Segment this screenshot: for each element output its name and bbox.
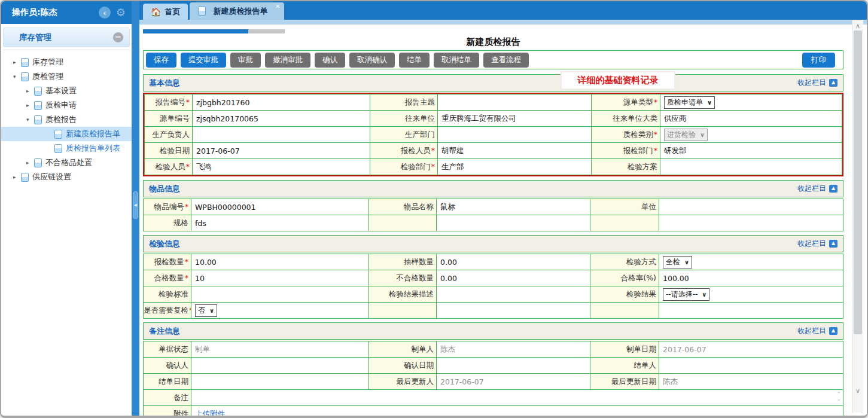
remark-textarea[interactable]: ⌃⌄ [191,390,843,406]
sidebar-item-nonconforming-disposal[interactable]: ▸不合格品处置 [1,155,132,170]
field-label-cell: 结单人 [590,358,659,374]
field-value-cell[interactable] [437,303,590,319]
field-value-cell[interactable]: 生产部 [438,159,592,175]
required-asterisk: * [654,130,657,139]
tree-collapsed-arrow[interactable]: ▸ [13,174,20,180]
field-value-cell[interactable] [660,159,842,175]
approve-button[interactable]: 审批 [230,53,261,68]
cancel-close-order-button[interactable]: 取消结单 [434,53,479,68]
collapse-back-icon[interactable]: ‹ [99,7,111,19]
scroll-up-icon[interactable] [852,22,863,30]
close-icon[interactable] [275,3,280,10]
collapse-section-link[interactable]: 收起栏目 [797,78,837,88]
field-value-cell[interactable]: WPBH00000001 [191,199,369,215]
collapse-section-link[interactable]: 收起栏目 [797,184,837,194]
vertical-scrollbar[interactable] [852,20,863,413]
field-value-cell[interactable]: 飞鸿 [193,159,370,175]
cancel-confirm-button[interactable]: 取消确认 [349,53,395,68]
recheck-select[interactable]: 否 [195,304,217,317]
field-value-cell[interactable]: 否 [191,303,369,319]
field-value-cell[interactable]: 10 [191,270,369,286]
sidebar-item-qc-application[interactable]: ▸质检申请 [1,98,132,112]
field-value-cell[interactable]: zjbgbh201760 [193,94,370,111]
gear-icon[interactable]: ⚙ [116,7,126,18]
save-button[interactable]: 保存 [146,53,176,68]
field-value-cell[interactable]: 2017-06-07 [659,341,843,358]
sidebar-panel-header[interactable]: 库存管理 − [3,28,130,47]
main-area: 🏠 首页 新建质检报告单 详细的基础资料记录 新建质检报告 保存提交审批审批撤消… [139,1,867,416]
collapse-section-link[interactable]: 收起栏目 [797,326,837,336]
sidebar-item-qc-mgmt[interactable]: ▾质检管理 [1,69,132,84]
section-title: 检验信息 [149,239,797,249]
tree-collapsed-arrow[interactable]: ▸ [26,160,33,166]
field-value-cell[interactable]: 进货检验 [660,127,842,143]
tree-collapsed-arrow[interactable]: ▸ [26,88,33,94]
field-value-cell[interactable]: 0.00 [437,254,590,270]
field-value-cell[interactable]: 鼠标 [437,199,590,215]
field-value-cell[interactable]: 陈杰 [659,374,843,390]
field-value-cell[interactable]: 全检 [659,254,843,270]
collapse-link-label: 收起栏目 [797,326,826,336]
sidebar-splitter[interactable]: ◀ [132,1,139,416]
scroll-down-icon[interactable] [852,387,863,395]
tab-home[interactable]: 🏠 首页 [143,4,188,20]
confirm-button[interactable]: 确认 [315,53,345,68]
field-value-cell[interactable]: 研发部 [660,143,842,159]
sidebar-item-inventory-mgmt[interactable]: ▸库存管理 [1,55,132,69]
field-value-cell[interactable]: 胡帮建 [438,143,592,159]
field-value-cell[interactable]: 10.00 [191,254,369,270]
table-row: 检验人员*飞鸿检验部门*生产部检验方案 [145,159,842,175]
tree-expanded-arrow[interactable]: ▾ [13,74,20,80]
sidebar-item-supply-chain-settings[interactable]: ▸供应链设置 [1,170,132,184]
splitter-collapse-handle[interactable]: ◀ [133,191,138,219]
tree-expanded-arrow[interactable]: ▾ [26,117,33,123]
field-value-cell[interactable] [438,127,592,143]
collapse-section-link[interactable]: 收起栏目 [797,239,837,249]
field-value-cell[interactable]: fds [191,215,369,231]
field-value-cell[interactable] [191,358,369,374]
table-row: 附件上传附件 [144,406,843,418]
field-value-cell[interactable]: 2017-06-07 [193,143,370,159]
field-value-cell[interactable]: 0.00 [437,270,590,286]
field-value-cell[interactable]: 陈杰 [437,341,590,358]
scrollbar-thumb[interactable] [854,30,862,334]
field-label-cell [369,303,437,319]
revoke-approval-button[interactable]: 撤消审批 [265,53,310,68]
field-value-cell[interactable] [191,286,369,303]
inspection-method-select[interactable]: 全检 [663,256,692,269]
field-value-cell[interactable]: 质检申请单 [660,94,842,111]
tree-collapsed-arrow[interactable]: ▸ [26,102,33,108]
field-value-cell[interactable] [437,358,590,374]
field-value-cell[interactable] [659,199,843,215]
spinner-arrows-icon[interactable]: ⌃⌄ [836,392,841,401]
field-value-cell[interactable]: 制单 [191,341,369,358]
sidebar-item-basic-settings[interactable]: ▸基本设置 [1,84,132,98]
field-value-cell[interactable] [659,358,843,374]
source-type-select[interactable]: 质检申请单 [664,96,715,109]
print-button[interactable]: 打印 [802,53,835,68]
close-order-button[interactable]: 结单 [399,53,430,68]
field-value-cell[interactable] [438,94,592,111]
field-value-cell[interactable] [659,303,843,319]
field-value-cell[interactable]: zjsqbh20170065 [193,111,370,127]
tree-collapsed-arrow[interactable]: ▸ [13,59,20,65]
field-value-cell[interactable]: --请选择-- [659,286,843,303]
minus-circle-icon[interactable]: − [113,32,123,42]
tab-new-qc-report[interactable]: 新建质检报告单 [190,2,284,20]
upload-attachment-link[interactable]: 上传附件 [195,409,225,418]
field-value-cell[interactable] [437,215,590,231]
sidebar-item-new-qc-report[interactable]: 新建质检报告单 [1,127,132,141]
field-value-cell[interactable] [659,215,843,231]
inspection-result-select[interactable]: --请选择-- [663,288,709,301]
view-workflow-button[interactable]: 查看流程 [483,53,529,68]
field-value-cell[interactable] [437,286,590,303]
sidebar-item-qc-report[interactable]: ▾质检报告 [1,112,132,127]
field-value-cell[interactable] [193,127,370,143]
field-value-cell[interactable] [191,374,369,390]
sidebar-item-qc-report-list[interactable]: 质检报告单列表 [1,141,132,155]
submit-approval-button[interactable]: 提交审批 [181,53,226,68]
field-value-cell[interactable]: 重庆腾海工贸有限公司 [438,111,592,127]
field-value-cell[interactable]: 2017-06-07 [437,374,590,390]
field-value-cell[interactable]: 100.00 [659,270,843,286]
field-value-cell[interactable]: 供应商 [660,111,842,127]
